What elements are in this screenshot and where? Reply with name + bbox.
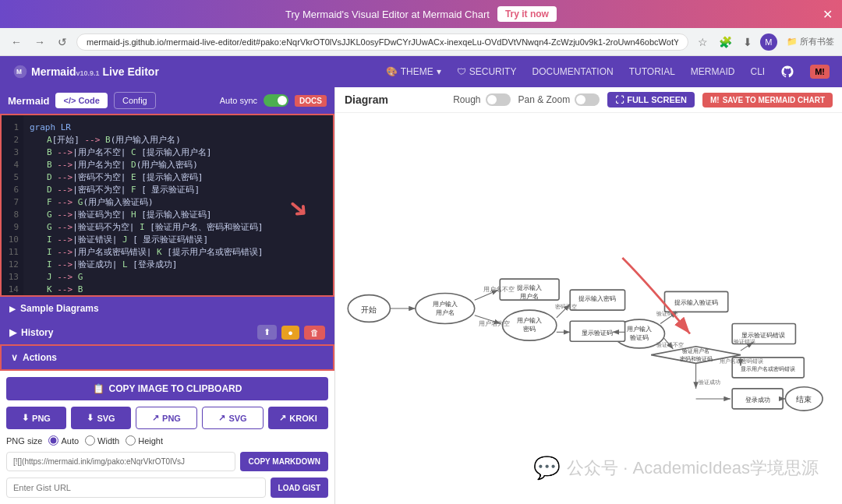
documentation-nav-link[interactable]: DOCUMENTATION: [532, 66, 613, 77]
history-save-button[interactable]: ●: [281, 326, 299, 340]
code-editor[interactable]: 12345 678910 1112131415 graph LR A[开始] -…: [0, 114, 334, 297]
shield-icon: 🛡: [457, 66, 466, 77]
mermaid-nav-link[interactable]: MERMAID: [691, 66, 735, 77]
gist-url-input[interactable]: [6, 478, 266, 498]
svg-text:M: M: [16, 68, 22, 76]
svg-text:密码: 密码: [523, 326, 536, 333]
profile-button[interactable]: M: [760, 33, 777, 51]
svg-text:验证码不空: 验证码不空: [656, 342, 684, 347]
svg-text:密码不空: 密码不空: [555, 304, 577, 309]
wechat-icon: 💬: [533, 455, 561, 481]
download-svg-button[interactable]: ⬇ SVG: [71, 407, 131, 429]
diagram-title: Diagram: [345, 93, 388, 106]
diagram-svg: 开始 用户输入 用户名 提示输入 用户名 用户名不空 用户输入 密码: [335, 113, 842, 504]
diagram-header: Diagram Rough Pan & Zoom ⛶ FULL SCREEN M…: [335, 87, 842, 113]
code-line-5: D -->|密码不为空| E [提示输入密码]: [30, 171, 327, 184]
load-gist-button[interactable]: LOAD GIST: [271, 478, 328, 498]
fullscreen-icon: ⛶: [615, 95, 624, 104]
radio-width[interactable]: Width: [85, 435, 119, 446]
copy-markdown-button[interactable]: COPY MARKDOWN: [240, 452, 328, 471]
history-delete-button[interactable]: 🗑: [304, 326, 325, 340]
security-nav-link[interactable]: 🛡 SECURITY: [457, 66, 517, 77]
code-line-1: graph LR: [30, 122, 327, 134]
cli-nav-link[interactable]: CLI: [750, 66, 765, 77]
export-png-button[interactable]: ↗ PNG: [136, 407, 197, 429]
export-svg-icon: ↗: [218, 413, 225, 423]
export-png-icon: ↗: [152, 413, 159, 423]
svg-text:密码和验证码: 密码和验证码: [680, 356, 713, 361]
fullscreen-button[interactable]: ⛶ FULL SCREEN: [607, 92, 695, 107]
code-line-2: A[开始] --> B(用户输入用户名): [30, 134, 327, 146]
code-line-12: I -->|验证成功| L [登录成功]: [30, 259, 327, 271]
mermaid-logo-icon: M: [12, 64, 28, 79]
radio-auto[interactable]: Auto: [48, 435, 79, 446]
gist-row: LOAD GIST: [6, 478, 328, 498]
code-line-8: G -->|验证码为空| H [提示输入验证码]: [30, 209, 327, 221]
autosync-toggle[interactable]: [264, 94, 288, 107]
png-size-row: PNG size Auto Width Height: [6, 435, 328, 446]
svg-text:显示用户名或密码错误: 显示用户名或密码错误: [741, 366, 795, 372]
actions-label: Actions: [23, 352, 57, 363]
svg-text:用户输入: 用户输入: [433, 301, 458, 308]
theme-nav-link[interactable]: 🎨 THEME ▾: [386, 66, 441, 77]
svg-text:验证成功: 验证成功: [699, 380, 720, 386]
sample-chevron-icon: ▶: [9, 305, 16, 313]
tab-code-button[interactable]: </> Code: [55, 93, 107, 108]
kroki-icon: ↗: [279, 413, 286, 423]
banner-close-button[interactable]: ✕: [823, 7, 833, 22]
theme-icon: 🎨: [386, 66, 398, 77]
save-to-mermaid-button[interactable]: M! SAVE TO MERMAID CHART: [702, 93, 833, 107]
download-png-button[interactable]: ⬇ PNG: [6, 407, 66, 429]
actions-section-header[interactable]: ∨ Actions: [0, 344, 334, 371]
svg-text:结束: 结束: [796, 395, 812, 404]
browser-actions: ☆ 🧩 ⬇ M: [695, 33, 777, 51]
kroki-button[interactable]: ↗ KROKI: [268, 407, 328, 429]
tab-config-button[interactable]: Config: [114, 92, 156, 109]
main-layout: Mermaid </> Code Config Auto sync DOCS 1…: [0, 87, 842, 504]
svg-text:显示验证码错误: 显示验证码错误: [741, 332, 785, 339]
radio-height[interactable]: Height: [126, 435, 163, 446]
rough-label: Rough: [453, 94, 480, 105]
watermark: 💬 公众号 · AcademicIdeas学境思源: [533, 455, 819, 481]
sample-diagrams-label: Sample Diagrams: [20, 303, 99, 314]
github-nav-link[interactable]: [780, 65, 794, 79]
svg-text:提示输入: 提示输入: [517, 284, 542, 291]
rough-toggle-switch[interactable]: [486, 93, 511, 106]
pan-zoom-toggle-switch[interactable]: [575, 93, 600, 106]
export-svg-button[interactable]: ↗ SVG: [202, 407, 264, 429]
code-line-4: B -->|用户名为空| D(用户输入密码): [30, 159, 327, 171]
banner-text: Try Mermaid's Visual Editor at Mermaid C…: [285, 9, 490, 20]
forward-button[interactable]: →: [31, 33, 48, 51]
autosync-label: Auto sync: [220, 96, 257, 105]
tutorial-nav-link[interactable]: TUTORIAL: [629, 66, 675, 77]
pan-zoom-toggle: Pan & Zoom: [518, 93, 600, 106]
mermaid-icon-button[interactable]: M!: [810, 65, 830, 79]
markdown-input[interactable]: [6, 452, 235, 471]
markdown-row: COPY MARKDOWN: [6, 452, 328, 471]
svg-text:用户名不空: 用户名不空: [483, 286, 515, 293]
history-actions: ⬆ ● 🗑: [257, 325, 325, 340]
editor-title: Mermaid: [8, 95, 49, 107]
copy-icon: 📋: [93, 383, 104, 394]
reload-button[interactable]: ↺: [55, 33, 70, 51]
svg-text:验证错误: 验证错误: [734, 340, 755, 346]
copy-image-to-clipboard-button[interactable]: 📋 COPY IMAGE TO CLIPBOARD: [6, 377, 328, 400]
extensions-button[interactable]: 🧩: [716, 33, 735, 51]
code-line-13: J --> G: [30, 271, 327, 284]
sample-diagrams-section[interactable]: ▶ Sample Diagrams: [0, 297, 334, 320]
png-size-label: PNG size: [6, 436, 42, 446]
actions-chevron-icon: ∨: [11, 352, 18, 363]
downloads-button[interactable]: ⬇: [740, 33, 755, 51]
history-section[interactable]: ▶ History ⬆ ● 🗑: [0, 320, 334, 344]
back-button[interactable]: ←: [8, 33, 25, 51]
docs-badge[interactable]: DOCS: [295, 95, 327, 107]
code-content[interactable]: graph LR A[开始] --> B(用户输入用户名) B -->|用户名不…: [23, 115, 333, 295]
try-it-now-button[interactable]: Try it now: [497, 6, 557, 22]
bookmark-button[interactable]: ☆: [695, 33, 711, 51]
history-upload-button[interactable]: ⬆: [257, 325, 277, 340]
favorites-label: 📁 所有书签: [787, 36, 834, 48]
left-panel: Mermaid </> Code Config Auto sync DOCS 1…: [0, 87, 335, 504]
url-bar[interactable]: [76, 33, 688, 51]
pan-zoom-label: Pan & Zoom: [518, 94, 571, 105]
svg-text:用户名或密码错误: 用户名或密码错误: [720, 358, 763, 365]
